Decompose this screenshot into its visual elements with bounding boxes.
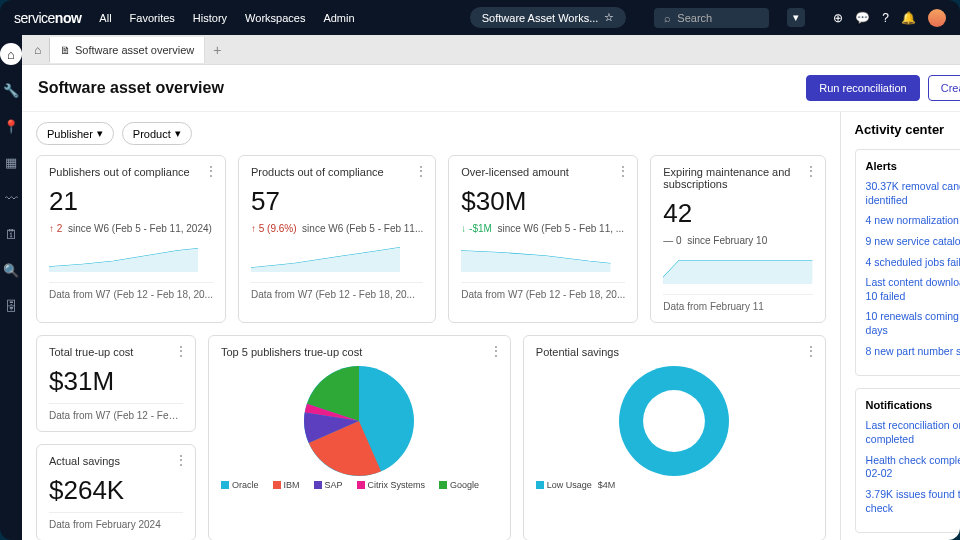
svg-marker-2	[461, 251, 610, 272]
rail-search-icon[interactable]: 🔍	[0, 259, 22, 281]
alert-link[interactable]: 30.37K removal candidates identified	[866, 180, 960, 207]
card-menu[interactable]: ⋮	[415, 164, 427, 178]
alert-link[interactable]: 9 new service catalog requests	[866, 235, 960, 249]
filter-publisher[interactable]: Publisher▾	[36, 122, 114, 145]
card-potential-savings: Potential savings⋮ Low Usage$4M	[523, 335, 826, 540]
tab-home-icon[interactable]: ⌂	[26, 38, 50, 62]
page-title: Software asset overview	[38, 79, 224, 97]
avatar[interactable]	[928, 9, 946, 27]
card-menu[interactable]: ⋮	[490, 344, 502, 358]
nav-favorites[interactable]: Favorites	[130, 12, 175, 24]
nav-history[interactable]: History	[193, 12, 227, 24]
svg-point-6	[643, 390, 705, 452]
chevron-down-icon: ▾	[97, 127, 103, 140]
star-icon[interactable]: ☆	[604, 11, 614, 24]
card-actual-savings: Actual savings⋮ $264K Data from February…	[36, 444, 196, 540]
card-menu[interactable]: ⋮	[175, 344, 187, 358]
left-rail: ⌂ 🔧 📍 ▦ 〰 🗓 🔍 🗄	[0, 35, 22, 540]
card-menu[interactable]: ⋮	[805, 344, 817, 358]
logo: servicenow	[14, 10, 81, 26]
alert-link[interactable]: Last content download on 2024-02-10 fail…	[866, 276, 960, 303]
chevron-down-icon: ▾	[175, 127, 181, 140]
card-expiring-maintenance: Expiring maintenance and subscriptions⋮ …	[650, 155, 825, 323]
card-menu[interactable]: ⋮	[205, 164, 217, 178]
svg-marker-1	[251, 247, 400, 272]
search-icon: ⌕	[664, 12, 671, 24]
svg-marker-0	[49, 249, 198, 272]
top-nav: servicenow All Favorites History Workspa…	[0, 0, 960, 35]
donut-chart	[619, 366, 729, 476]
alert-link[interactable]: 10 renewals coming up in next 90 days	[866, 310, 960, 337]
card-publishers-out-of-compliance: Publishers out of compliance⋮ 21 ↑ 2 sin…	[36, 155, 226, 323]
rail-tool-icon[interactable]: 🔧	[0, 79, 22, 101]
card-products-out-of-compliance: Products out of compliance⋮ 57 ↑ 5 (9.6%…	[238, 155, 436, 323]
svg-marker-3	[663, 261, 812, 284]
notif-link[interactable]: 3.79K issues found through health check	[866, 488, 960, 515]
nav-items: All Favorites History Workspaces Admin	[99, 12, 354, 24]
alert-link[interactable]: 4 new normalization suggestions	[866, 214, 960, 228]
rail-activity-icon[interactable]: 〰	[0, 187, 22, 209]
document-icon: 🗎	[60, 44, 71, 56]
pie-chart	[304, 366, 414, 476]
globe-icon[interactable]: ⊕	[833, 11, 843, 25]
alert-link[interactable]: 8 new part number suggestions	[866, 345, 960, 359]
search-dropdown[interactable]: ▾	[787, 8, 805, 27]
alerts-section: Alerts 30.37K removal candidates identif…	[855, 149, 960, 376]
bell-icon[interactable]: 🔔	[901, 11, 916, 25]
card-over-licensed-amount: Over-licensed amount⋮ $30M ↓ -$1M since …	[448, 155, 638, 323]
rail-pin-icon[interactable]: 📍	[0, 115, 22, 137]
tab-bar: ⌂ 🗎 Software asset overview + ⋯	[22, 35, 960, 65]
card-menu[interactable]: ⋮	[175, 453, 187, 467]
activity-panel: Activity center Alerts 30.37K removal ca…	[840, 112, 960, 540]
notif-link[interactable]: Health check completed on 2024-02-02	[866, 454, 960, 481]
run-reconciliation-button[interactable]: Run reconciliation	[806, 75, 919, 101]
rail-calendar-icon[interactable]: 🗓	[0, 223, 22, 245]
card-menu[interactable]: ⋮	[617, 164, 629, 178]
rail-home-icon[interactable]: ⌂	[0, 43, 22, 65]
card-top5-publishers: Top 5 publishers true-up cost⋮ Oracle IB…	[208, 335, 511, 540]
breadcrumb-pill[interactable]: Software Asset Works... ☆	[470, 7, 627, 28]
card-total-trueup: Total true-up cost⋮ $31M Data from W7 (F…	[36, 335, 196, 432]
notif-link[interactable]: Last reconciliation on 2024-02-12 comple…	[866, 419, 960, 446]
tab-software-overview[interactable]: 🗎 Software asset overview	[50, 37, 205, 63]
tab-add[interactable]: +	[205, 42, 229, 58]
rail-archive-icon[interactable]: 🗄	[0, 295, 22, 317]
create-entitlement-button[interactable]: Create entitlement	[928, 75, 960, 101]
help-icon[interactable]: ?	[882, 11, 889, 25]
notifications-section: Notifications Last reconciliation on 202…	[855, 388, 960, 533]
nav-admin[interactable]: Admin	[323, 12, 354, 24]
nav-workspaces[interactable]: Workspaces	[245, 12, 305, 24]
alert-link[interactable]: 4 scheduled jobs failed	[866, 256, 960, 270]
search-input[interactable]: ⌕ Search	[654, 8, 769, 28]
card-menu[interactable]: ⋮	[805, 164, 817, 178]
rail-grid-icon[interactable]: ▦	[0, 151, 22, 173]
filter-product[interactable]: Product▾	[122, 122, 192, 145]
chat-icon[interactable]: 💬	[855, 11, 870, 25]
nav-all[interactable]: All	[99, 12, 111, 24]
